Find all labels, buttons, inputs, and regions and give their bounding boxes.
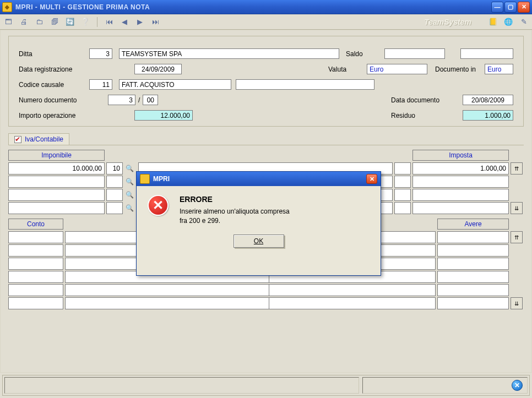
window-titlebar: ◆ MPRI - MULTI - GESTIONE PRIMA NOTA — ▢… xyxy=(0,0,532,14)
conto-cell-3[interactable] xyxy=(8,271,63,283)
tab-iva-contabile[interactable]: Iva/Contabile xyxy=(8,133,69,145)
toolbar-open-icon[interactable]: 🗀 xyxy=(34,17,44,27)
aliq-cell-1[interactable] xyxy=(106,176,123,188)
conto-cell-4[interactable] xyxy=(8,284,63,296)
tab-strip: Iva/Contabile xyxy=(8,133,524,145)
imponibile-cell-3[interactable] xyxy=(8,202,105,214)
saldo-field[interactable] xyxy=(384,48,445,59)
form-panel: Ditta 3 TEAMSYSTEM SPA Saldo Data regist… xyxy=(8,36,524,127)
conto-cell-0[interactable] xyxy=(8,231,63,243)
saldo-label: Saldo xyxy=(346,50,384,58)
iva-check-input[interactable] xyxy=(14,136,21,143)
toolbar-book-icon[interactable]: 📒 xyxy=(488,17,498,27)
avere-cell-1[interactable] xyxy=(437,244,509,257)
conto-header: Conto xyxy=(8,219,63,230)
residuo-label: Residuo xyxy=(391,112,463,119)
importo-field[interactable]: 12.000,00 xyxy=(134,110,193,121)
toolbar-globe-icon[interactable]: 🌐 xyxy=(503,17,513,27)
avere-header: Avere xyxy=(437,219,509,230)
nav-next-icon[interactable]: ▶ xyxy=(135,17,145,27)
valuta-label: Valuta xyxy=(328,66,367,73)
lookup-icon-1[interactable]: 🔍 xyxy=(124,177,134,187)
pre-imposta-cell-0[interactable] xyxy=(394,162,411,175)
avere-cell-0[interactable] xyxy=(437,231,509,243)
imponibile-cell-2[interactable] xyxy=(8,189,105,201)
error-line2: fra 200 e 299. xyxy=(180,216,290,226)
numero-doc-field[interactable]: 3 xyxy=(108,95,135,105)
lookup-icon-2[interactable]: 🔍 xyxy=(124,190,134,200)
nav-first-icon[interactable]: ⏮ xyxy=(104,17,114,27)
valuta-field[interactable]: Euro xyxy=(367,64,427,74)
ditta-code-field[interactable]: 3 xyxy=(89,48,112,59)
maximize-button[interactable]: ▢ xyxy=(504,2,517,13)
error-dialog: MPRI ✕ ✕ ERRORE Inserire almeno un'aliqu… xyxy=(136,171,381,276)
imponibile-header: Imponibile xyxy=(8,150,105,161)
data-reg-field[interactable]: 24/09/2009 xyxy=(134,64,182,74)
codice-causale-code-field[interactable]: 11 xyxy=(89,79,112,90)
toolbar-refresh-icon[interactable]: 🔄 xyxy=(65,17,75,27)
iva-checkbox[interactable] xyxy=(14,136,21,143)
lookup-icon-0[interactable]: 🔍 xyxy=(124,163,134,173)
scroll-down-button-1[interactable]: ⇊ xyxy=(511,202,523,214)
imponibile-cell-1[interactable] xyxy=(8,176,105,188)
wide-row-5[interactable] xyxy=(65,297,436,309)
avere-cell-4[interactable] xyxy=(437,284,509,296)
conto-cell-1[interactable] xyxy=(8,244,63,257)
close-button[interactable]: ✕ xyxy=(518,2,530,13)
documento-in-field[interactable]: Euro xyxy=(485,64,513,74)
scroll-down-button-2[interactable]: ⇊ xyxy=(511,297,523,309)
ok-button[interactable]: OK xyxy=(234,235,284,248)
ditta-name-field[interactable]: TEAMSYSTEM SPA xyxy=(119,48,339,59)
scroll-up-button-1[interactable]: ⇈ xyxy=(511,162,523,175)
imposta-header: Imposta xyxy=(412,150,509,161)
imposta-cell-2[interactable] xyxy=(412,189,509,201)
avere-cell-2[interactable] xyxy=(437,258,509,270)
imposta-cell-3[interactable] xyxy=(412,202,509,214)
brand-label: TeamSystem xyxy=(424,18,471,26)
pre-imposta-cell-3[interactable] xyxy=(394,202,411,214)
toolbar-copy-icon[interactable]: 🗐 xyxy=(50,17,59,27)
nav-last-icon[interactable]: ⏭ xyxy=(150,17,160,27)
minimize-button[interactable]: — xyxy=(491,2,503,13)
window-title: MPRI - MULTI - GESTIONE PRIMA NOTA xyxy=(15,3,491,11)
aliq-cell-3[interactable] xyxy=(106,202,123,214)
conto-cell-5[interactable] xyxy=(8,297,63,309)
imposta-cell-1[interactable] xyxy=(412,176,509,188)
data-doc-label: Data documento xyxy=(391,96,463,104)
avere-cell-5[interactable] xyxy=(437,297,509,309)
documento-in-label: Documento in xyxy=(435,66,485,73)
toolbar-help-icon[interactable]: ❔ xyxy=(80,17,90,27)
help-button[interactable]: ✕ xyxy=(512,380,523,391)
nav-prev-icon[interactable]: ◀ xyxy=(120,17,129,27)
data-doc-field[interactable]: 20/08/2009 xyxy=(463,95,513,105)
residuo-field[interactable]: 1.000,00 xyxy=(463,110,513,121)
toolbar-new-icon[interactable]: 🗔 xyxy=(3,17,13,27)
status-box-2: ✕ xyxy=(362,377,528,394)
lookup-icon-3[interactable]: 🔍 xyxy=(124,203,134,213)
pre-imposta-cell-2[interactable] xyxy=(394,189,411,201)
wide-row-4[interactable] xyxy=(65,284,436,296)
aliq-cell-0[interactable]: 10 xyxy=(106,162,123,175)
tab-iva-label: Iva/Contabile xyxy=(25,135,63,143)
dialog-close-button[interactable]: ✕ xyxy=(366,174,377,184)
data-reg-label: Data registrazione xyxy=(19,66,89,73)
error-icon: ✕ xyxy=(148,195,169,216)
app-icon: ◆ xyxy=(2,2,12,12)
imposta-cell-0[interactable]: 1.000,00 xyxy=(412,162,509,175)
conto-cell-2[interactable] xyxy=(8,258,63,270)
codice-causale-desc-field[interactable]: FATT. ACQUISTO xyxy=(119,79,231,90)
aliq-cell-2[interactable] xyxy=(106,189,123,201)
avere-cell-3[interactable] xyxy=(437,271,509,283)
dialog-app-icon xyxy=(140,174,150,184)
status-bar: ✕ xyxy=(0,373,532,398)
toolbar-edit-icon[interactable]: ✎ xyxy=(519,17,529,27)
codice-causale-extra-field[interactable] xyxy=(236,79,374,90)
toolbar-print-icon[interactable]: 🖨 xyxy=(19,17,29,27)
saldo-extra-field[interactable] xyxy=(460,48,513,59)
scroll-up-button-2[interactable]: ⇈ xyxy=(511,231,523,243)
numero-doc-suffix-field[interactable]: 00 xyxy=(143,95,158,105)
ditta-label: Ditta xyxy=(19,50,89,58)
dialog-title: MPRI xyxy=(153,175,170,183)
imponibile-cell-0[interactable]: 10.000,00 xyxy=(8,162,105,175)
pre-imposta-cell-1[interactable] xyxy=(394,176,411,188)
